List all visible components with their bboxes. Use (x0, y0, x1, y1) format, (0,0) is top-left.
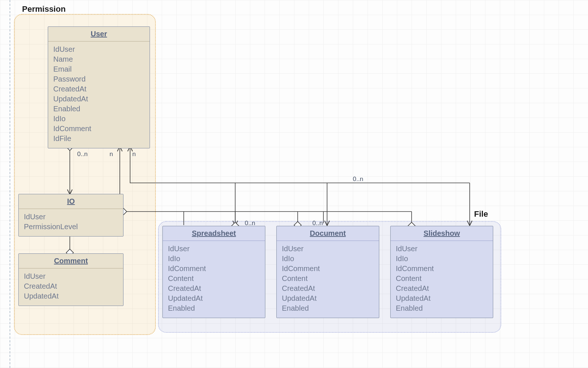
mult-file-top: 0..n (353, 176, 363, 183)
attr: PermissionLevel (24, 222, 118, 232)
entity-spreadsheet[interactable]: Spreadsheet IdUser IdIo IdComment Conten… (162, 226, 265, 318)
attr: Email (53, 64, 144, 74)
entity-document-body: IdUser IdIo IdComment Content CreatedAt … (277, 241, 379, 318)
attr: IdComment (53, 124, 144, 134)
entity-document[interactable]: Document IdUser IdIo IdComment Content C… (276, 226, 379, 318)
mult-user-io: 0..n (77, 151, 87, 158)
entity-user[interactable]: User IdUser Name Email Password CreatedA… (48, 26, 150, 148)
attr: IdUser (24, 212, 118, 222)
attr: UpdatedAt (282, 293, 374, 303)
entity-slideshow-title: Slideshow (391, 226, 493, 241)
entity-slideshow-body: IdUser IdIo IdComment Content CreatedAt … (391, 241, 493, 318)
attr: IdComment (282, 264, 374, 274)
attr: IdUser (168, 244, 260, 254)
attr: CreatedAt (282, 284, 374, 293)
entity-io[interactable]: IO IdUser PermissionLevel (18, 194, 123, 237)
mult-user-n1: n (110, 151, 113, 158)
attr: CreatedAt (168, 284, 260, 293)
entity-comment-body: IdUser CreatedAt UpdatedAt (19, 268, 123, 306)
attr: IdIo (53, 114, 144, 124)
attr: Enabled (168, 303, 260, 313)
entity-comment-title: Comment (19, 254, 123, 268)
attr: UpdatedAt (396, 293, 488, 303)
group-permission-label: Permission (22, 4, 66, 14)
attr: IdComment (396, 264, 488, 274)
attr: IdFile (53, 134, 144, 144)
entity-comment[interactable]: Comment IdUser CreatedAt UpdatedAt (18, 253, 123, 306)
entity-io-title: IO (19, 194, 123, 209)
attr: Enabled (53, 104, 144, 114)
attr: UpdatedAt (53, 94, 144, 104)
attr: CreatedAt (53, 84, 144, 94)
attr: Password (53, 74, 144, 84)
attr: UpdatedAt (24, 291, 118, 301)
entity-user-body: IdUser Name Email Password CreatedAt Upd… (48, 42, 150, 148)
group-file-label: File (474, 209, 488, 219)
entity-document-title: Document (277, 226, 379, 241)
attr: IdIo (168, 254, 260, 264)
attr: CreatedAt (396, 284, 488, 293)
attr: IdIo (396, 254, 488, 264)
entity-spreadsheet-title: Spreadsheet (163, 226, 265, 241)
attr: CreatedAt (24, 281, 118, 291)
attr: IdComment (168, 264, 260, 274)
entity-spreadsheet-body: IdUser IdIo IdComment Content CreatedAt … (163, 241, 265, 318)
attr: IdUser (396, 244, 488, 254)
attr: IdIo (282, 254, 374, 264)
attr: UpdatedAt (168, 293, 260, 303)
entity-io-body: IdUser PermissionLevel (19, 209, 123, 236)
attr: Content (168, 274, 260, 284)
attr: Content (282, 274, 374, 284)
entity-user-title: User (48, 27, 150, 42)
attr: Enabled (396, 303, 488, 313)
entity-slideshow[interactable]: Slideshow IdUser IdIo IdComment Content … (390, 226, 493, 318)
attr: IdUser (53, 44, 144, 54)
page-boundary (10, 0, 10, 368)
attr: IdUser (24, 271, 118, 281)
attr: Content (396, 274, 488, 284)
attr: Enabled (282, 303, 374, 313)
attr: Name (53, 54, 144, 64)
attr: IdUser (282, 244, 374, 254)
diagram-canvas[interactable]: Permission File (0, 0, 588, 368)
mult-user-n2: n (132, 151, 136, 158)
